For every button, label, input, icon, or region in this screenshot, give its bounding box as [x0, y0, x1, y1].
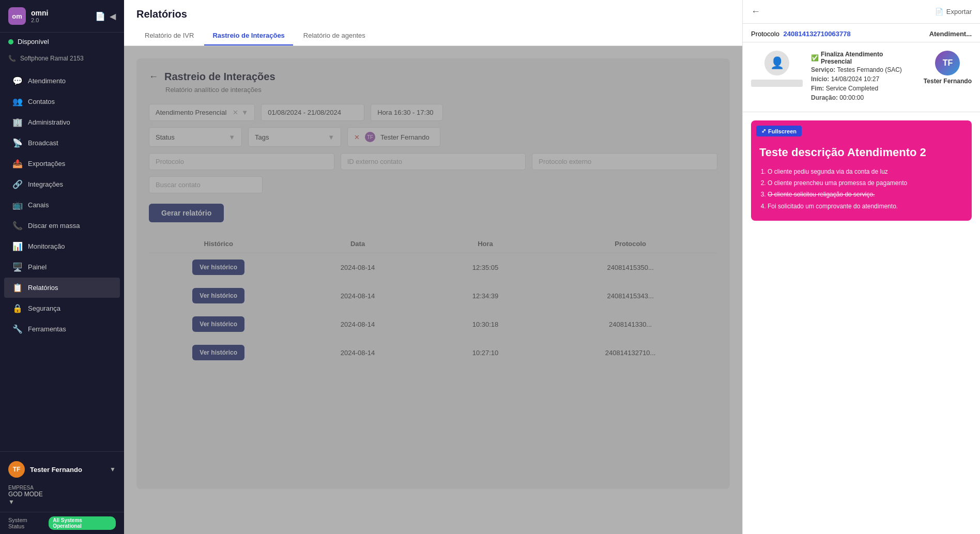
pink-card-list: O cliente pediu segunda via da conta de … — [759, 166, 963, 212]
main-content: Relatórios Relatório de IVR Rastreio de … — [124, 0, 742, 534]
document-icon[interactable]: 📄 — [95, 11, 105, 21]
sidebar-item-label: Discar em massa — [28, 222, 80, 230]
duracao-row: Duração: 00:00:00 — [811, 94, 915, 101]
user-info[interactable]: TF Tester Fernando ▼ — [8, 458, 116, 481]
page-title: Relatórios — [136, 8, 730, 20]
tab-ivr[interactable]: Relatório de IVR — [136, 26, 202, 45]
cell-protocolo-1: 24081415350... — [543, 264, 717, 271]
painel-icon: 🖥️ — [12, 262, 23, 272]
protocol-input[interactable] — [149, 153, 334, 170]
brand-name: omni — [31, 9, 48, 17]
agent-name: Tester Fernando — [924, 78, 972, 85]
sidebar-item-label: Integrações — [28, 180, 63, 188]
right-panel-header: ← 📄 Exportar — [743, 0, 980, 24]
table-row: Ver histórico 2024-08-14 12:35:05 240814… — [149, 253, 717, 282]
sidebar-item-broadcast[interactable]: 📡 Broadcast — [4, 133, 120, 153]
fullscreen-button[interactable]: ⤢ Fullscreen — [756, 126, 802, 136]
sidebar-item-painel[interactable]: 🖥️ Painel — [4, 257, 120, 277]
report-back-button[interactable]: ← — [149, 71, 158, 82]
ver-historico-button-3[interactable]: Ver histórico — [192, 316, 244, 332]
cell-hora-3: 10:30:18 — [427, 321, 543, 328]
external-protocol-input[interactable] — [532, 153, 717, 170]
cell-historico-4: Ver histórico — [149, 345, 288, 360]
service-filter[interactable]: Atendimento Presencial ✕ ▼ — [149, 104, 255, 121]
servico-row: Serviço: Testes Fernando (SAC) — [811, 66, 915, 73]
agent-filter[interactable]: ✕ TF Tester Fernando — [347, 127, 440, 147]
contact-search-input[interactable] — [149, 176, 263, 193]
sidebar-item-canais[interactable]: 📺 Canais — [4, 195, 120, 215]
sidebar-item-discar-em-massa[interactable]: 📞 Discar em massa — [4, 216, 120, 236]
sidebar-nav: 💬 Atendimento 👥 Contatos 🏢 Administrativ… — [0, 66, 124, 451]
content-area: ← Rastreio de Interações Relatório analí… — [124, 46, 742, 534]
company-value: GOD MODE — [8, 491, 116, 498]
fullscreen-label: Fullscreen — [768, 128, 797, 134]
tab-interacoes[interactable]: Rastreio de Interações — [204, 26, 293, 45]
sidebar-item-label: Broadcast — [28, 139, 58, 147]
date-range-value: 01/08/2024 - 21/08/2024 — [268, 109, 341, 116]
sidebar-item-label: Painel — [28, 263, 47, 271]
sidebar-item-exportacoes[interactable]: 📤 Exportações — [4, 154, 120, 174]
cell-protocolo-3: 2408141330... — [543, 321, 717, 328]
col-header-data: Data — [288, 240, 427, 248]
list-item: O cliente pediu segunda via da conta de … — [768, 166, 963, 177]
canais-icon: 📺 — [12, 200, 23, 210]
sidebar-item-monitoracao[interactable]: 📊 Monitoração — [4, 236, 120, 256]
cell-hora-2: 12:34:39 — [427, 292, 543, 300]
cell-data-1: 2024-08-14 — [288, 264, 427, 271]
status-filter[interactable]: Status ▼ — [149, 127, 242, 147]
ver-historico-button-1[interactable]: Ver histórico — [192, 260, 244, 275]
sidebar-item-ferramentas[interactable]: 🔧 Ferramentas — [4, 319, 120, 339]
agent-filter-x[interactable]: ✕ — [354, 133, 360, 141]
sidebar-item-seguranca[interactable]: 🔒 Segurança — [4, 298, 120, 318]
time-range-filter[interactable]: Hora 16:30 - 17:30 — [371, 104, 443, 121]
service-filter-value: Atendimento Presencial — [156, 109, 226, 116]
sidebar-item-contatos[interactable]: 👥 Contatos — [4, 91, 120, 112]
tags-filter[interactable]: Tags ▼ — [248, 127, 341, 147]
collapse-sidebar-icon[interactable]: ◀ — [110, 11, 116, 21]
sidebar-item-label: Atendimento — [28, 77, 66, 85]
ver-historico-button-2[interactable]: Ver histórico — [192, 288, 244, 303]
fullscreen-icon: ⤢ — [761, 128, 766, 134]
generate-report-button[interactable]: Gerar relatório — [149, 204, 224, 222]
list-item: O cliente solicitou religação do serviço… — [768, 189, 963, 200]
sidebar-item-label: Exportações — [28, 160, 65, 167]
cell-data-4: 2024-08-14 — [288, 349, 427, 357]
report-content: ← Rastreio de Interações Relatório analí… — [124, 46, 742, 534]
seguranca-icon: 🔒 — [12, 303, 23, 313]
sidebar-header: om omni 2.0 📄 ◀ — [0, 0, 124, 33]
user-details: Tester Fernando — [30, 466, 104, 474]
col-header-hora: Hora — [427, 240, 543, 248]
filters-row-2: Status ▼ Tags ▼ ✕ TF Tester Fernando — [149, 127, 717, 147]
pink-card: ⤢ Fullscreen Teste descrição Atendimento… — [751, 120, 972, 221]
detail-section: 👤 ✅ Finaliza Atendimento Presencial Serv… — [743, 42, 980, 112]
sidebar-item-integracoes[interactable]: 🔗 Integrações — [4, 174, 120, 194]
user-avatar: TF — [8, 461, 25, 478]
external-id-input[interactable] — [341, 153, 526, 170]
date-range-filter[interactable]: 01/08/2024 - 21/08/2024 — [261, 104, 364, 121]
brand-version: 2.0 — [31, 17, 48, 23]
sidebar-item-label: Contatos — [28, 98, 55, 105]
sidebar-item-administrativo[interactable]: 🏢 Administrativo — [4, 112, 120, 132]
agent-filter-value: Tester Fernando — [380, 133, 430, 141]
table-header: Histórico Data Hora Protocolo — [149, 235, 717, 253]
contatos-icon: 👥 — [12, 97, 23, 106]
availability-status[interactable]: Disponível — [0, 33, 124, 51]
sidebar-item-atendimento[interactable]: 💬 Atendimento — [4, 71, 120, 91]
export-button[interactable]: 📄 Exportar — [935, 8, 972, 16]
filters-row-4 — [149, 176, 717, 193]
fim-value: Service Completed — [826, 85, 878, 92]
company-info: EMPRESA GOD MODE ▼ — [8, 485, 116, 506]
agent-section: TF Tester Fernando — [924, 51, 972, 103]
tab-agentes[interactable]: Relatório de agentes — [295, 26, 374, 45]
service-filter-x[interactable]: ✕ — [233, 109, 238, 116]
report-title: Rastreio de Interações — [164, 71, 275, 83]
monitoracao-icon: 📊 — [12, 241, 23, 251]
sidebar-item-relatorios[interactable]: 📋 Relatórios — [4, 278, 120, 298]
list-item: O cliente preencheu uma promessa de paga… — [768, 178, 963, 188]
right-panel-back-button[interactable]: ← — [751, 6, 760, 17]
status-placeholder: Status — [156, 133, 175, 141]
fim-label: Fim: — [811, 85, 824, 92]
ver-historico-button-4[interactable]: Ver histórico — [192, 345, 244, 360]
pink-card-title: Teste descrição Atendimento 2 — [759, 145, 963, 160]
status-arrow-icon: ▼ — [228, 133, 235, 141]
